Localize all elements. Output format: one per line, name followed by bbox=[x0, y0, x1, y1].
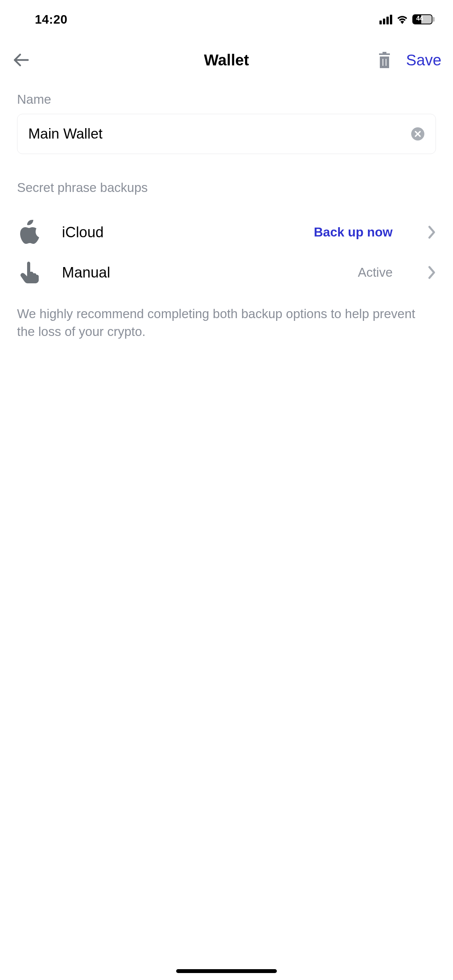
hand-pointer-icon bbox=[17, 260, 42, 285]
cellular-signal-icon bbox=[379, 15, 392, 24]
chevron-right-icon bbox=[428, 266, 436, 279]
apple-icon bbox=[17, 220, 42, 245]
content-area: Name Secret phrase backups iCloud Back u… bbox=[0, 81, 453, 341]
backup-manual-label: Manual bbox=[62, 264, 338, 281]
back-button[interactable] bbox=[12, 51, 30, 69]
backup-manual-status: Active bbox=[358, 265, 393, 280]
name-input-wrapper bbox=[17, 114, 436, 154]
backup-row-icloud[interactable]: iCloud Back up now bbox=[17, 214, 436, 251]
delete-button[interactable] bbox=[377, 51, 392, 69]
status-indicators: 44 bbox=[379, 14, 434, 24]
status-time: 14:20 bbox=[35, 12, 67, 27]
backup-hint-text: We highly recommend completing both back… bbox=[17, 305, 436, 341]
page-title: Wallet bbox=[204, 51, 249, 69]
home-indicator[interactable] bbox=[176, 969, 277, 973]
name-input[interactable] bbox=[28, 126, 411, 142]
battery-indicator: 44 bbox=[412, 14, 434, 24]
backup-icloud-status: Back up now bbox=[314, 225, 393, 240]
back-arrow-icon bbox=[13, 53, 29, 67]
name-field-label: Name bbox=[17, 92, 436, 107]
save-button[interactable]: Save bbox=[406, 51, 441, 69]
trash-icon bbox=[378, 52, 391, 68]
status-bar: 14:20 44 bbox=[0, 0, 453, 39]
backup-row-manual[interactable]: Manual Active bbox=[17, 254, 436, 291]
chevron-right-icon bbox=[428, 226, 436, 239]
backups-section-label: Secret phrase backups bbox=[17, 180, 436, 195]
backup-icloud-label: iCloud bbox=[62, 224, 293, 241]
navigation-bar: Wallet Save bbox=[0, 39, 453, 81]
wifi-icon bbox=[396, 15, 408, 24]
clear-icon bbox=[411, 127, 424, 140]
clear-input-button[interactable] bbox=[411, 127, 425, 141]
